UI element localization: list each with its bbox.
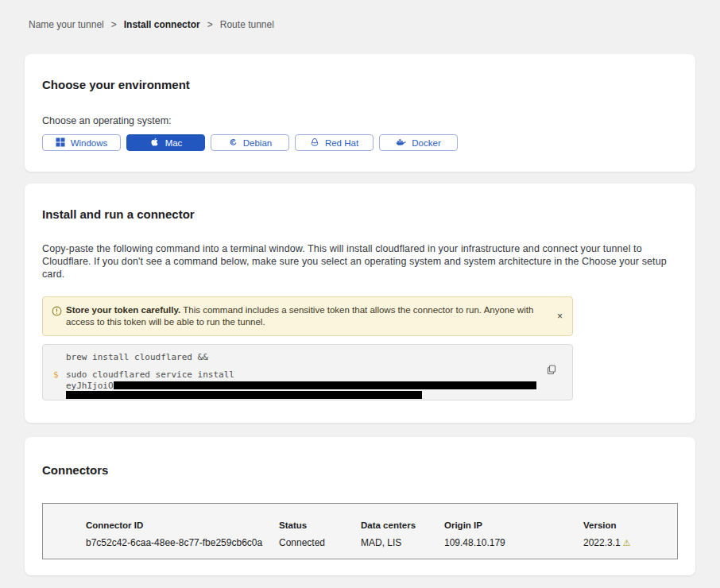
close-icon[interactable]: × bbox=[557, 311, 563, 322]
redhat-icon bbox=[310, 137, 319, 149]
apple-icon bbox=[149, 137, 160, 149]
code-line-sudo: sudo cloudflared service install bbox=[66, 369, 561, 380]
os-button-group: Windows Mac Debian bbox=[42, 134, 678, 151]
docker-icon bbox=[396, 137, 406, 149]
table-header-row: Connector ID Status Data centers Origin … bbox=[86, 520, 677, 530]
install-card: Install and run a connector Copy-paste t… bbox=[25, 184, 695, 423]
token-prefix: eyJhIjoiO bbox=[66, 381, 114, 391]
code-line-brew: brew install cloudflared && bbox=[66, 352, 561, 362]
breadcrumb: Name your tunnel > Install connector > R… bbox=[0, 0, 720, 30]
connectors-table: Connector ID Status Data centers Origin … bbox=[42, 503, 678, 559]
windows-icon bbox=[56, 137, 65, 149]
os-button-mac[interactable]: Mac bbox=[126, 134, 205, 151]
token-warning-banner: Store your token carefully. This command… bbox=[42, 296, 573, 336]
os-button-debian[interactable]: Debian bbox=[211, 134, 289, 151]
redacted-token-bar bbox=[66, 391, 422, 399]
breadcrumb-step-install-connector[interactable]: Install connector bbox=[124, 19, 200, 30]
origin-ip-value: 109.48.10.179 bbox=[444, 537, 583, 548]
breadcrumb-separator: > bbox=[111, 19, 117, 30]
column-header-origin-ip: Origin IP bbox=[444, 520, 583, 530]
column-header-status: Status bbox=[279, 520, 361, 530]
os-button-label: Docker bbox=[412, 138, 440, 148]
shell-prompt: $ bbox=[53, 369, 66, 399]
connector-id-value: b7c52c42-6caa-48ee-8c77-fbe259cb6c0a bbox=[86, 537, 279, 548]
data-centers-value: MAD, LIS bbox=[361, 537, 444, 548]
redacted-token-bar bbox=[114, 381, 536, 389]
os-button-label: Debian bbox=[243, 138, 272, 148]
status-badge: Connected bbox=[279, 537, 361, 548]
breadcrumb-separator: > bbox=[207, 19, 213, 30]
alert-circle-icon bbox=[52, 306, 62, 319]
os-button-redhat[interactable]: Red Hat bbox=[295, 134, 374, 151]
os-button-windows[interactable]: Windows bbox=[42, 134, 121, 151]
warning-triangle-icon: ⚠ bbox=[623, 538, 631, 547]
column-header-version: Version bbox=[583, 520, 671, 530]
os-button-label: Mac bbox=[165, 138, 183, 148]
connectors-card-title: Connectors bbox=[42, 463, 678, 477]
install-command-codeblock: brew install cloudflared && $ sudo cloud… bbox=[42, 344, 573, 400]
debian-icon bbox=[228, 137, 238, 149]
column-header-data-centers: Data centers bbox=[361, 520, 444, 530]
os-select-label: Choose an operating system: bbox=[42, 115, 678, 126]
warning-title: Store your token carefully. bbox=[66, 305, 180, 315]
connectors-card: Connectors Connector ID Status Data cent… bbox=[25, 437, 695, 575]
os-button-label: Windows bbox=[71, 138, 108, 148]
version-value: 2022.3.1⚠ bbox=[583, 537, 671, 548]
environment-card: Choose your environment Choose an operat… bbox=[25, 54, 695, 172]
os-button-label: Red Hat bbox=[325, 138, 358, 148]
table-row: b7c52c42-6caa-48ee-8c77-fbe259cb6c0a Con… bbox=[86, 537, 677, 548]
breadcrumb-step-name-your-tunnel[interactable]: Name your tunnel bbox=[29, 19, 104, 30]
environment-card-title: Choose your environment bbox=[42, 78, 678, 91]
os-button-docker[interactable]: Docker bbox=[379, 134, 458, 151]
breadcrumb-step-route-tunnel[interactable]: Route tunnel bbox=[220, 19, 274, 30]
install-description: Copy-paste the following command into a … bbox=[42, 242, 678, 280]
copy-icon[interactable] bbox=[547, 365, 556, 377]
install-card-title: Install and run a connector bbox=[42, 207, 678, 221]
column-header-connector-id: Connector ID bbox=[86, 520, 279, 530]
